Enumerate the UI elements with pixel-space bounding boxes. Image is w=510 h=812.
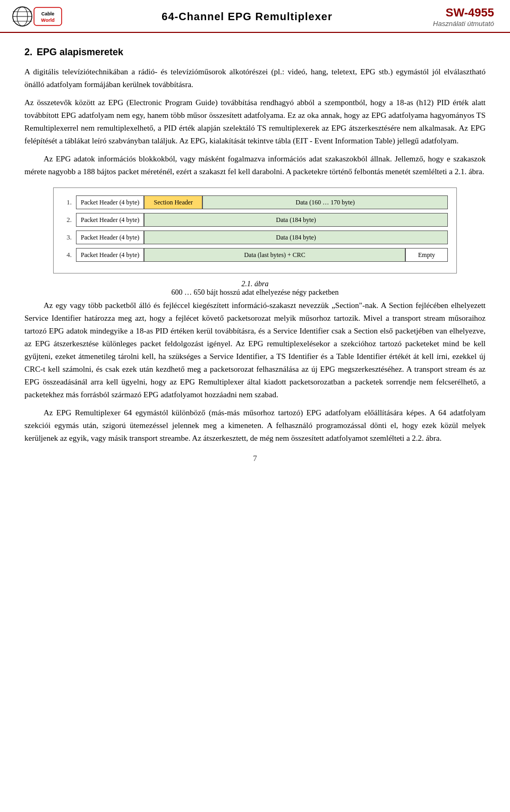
paragraph-5: Az EPG Remultiplexer 64 egymástól különb… — [24, 406, 486, 445]
cell-packet-header-3: Packet Header (4 byte) — [76, 230, 144, 244]
row-num-4: 4. — [62, 251, 72, 259]
header-title-area: 64-Channel EPG Remultiplexer — [64, 11, 430, 23]
header-subtitle: Használati útmutató — [430, 20, 494, 28]
diagram-row-2: 2. Packet Header (4 byte) Data (184 byte… — [62, 213, 448, 227]
page-header: Cable World 64-Channel EPG Remultiplexer… — [0, 0, 510, 33]
svg-text:World: World — [41, 18, 54, 23]
cell-packet-header-2: Packet Header (4 byte) — [76, 213, 144, 227]
page-footer: 7 — [24, 454, 486, 463]
header-right-area: SW-4955 Használati útmutató — [430, 6, 494, 28]
section-heading: 2.EPG alapismeretek — [24, 47, 486, 58]
diagram-caption-line1: 2.1. ábra — [24, 280, 486, 288]
header-title: 64-Channel EPG Remultiplexer — [64, 11, 430, 23]
paragraph-2: Az összetevők között az EPG (Electronic … — [24, 96, 486, 147]
diagram: 1. Packet Header (4 byte) Section Header… — [53, 187, 457, 273]
cableworld-logo: Cable World — [11, 4, 64, 29]
svg-text:Cable: Cable — [41, 11, 55, 16]
diagram-row-4: 4. Packet Header (4 byte) Data (last byt… — [62, 248, 448, 262]
page-content: 2.EPG alapismeretek A digitális televízi… — [0, 33, 510, 474]
cell-packet-header-1: Packet Header (4 byte) — [76, 195, 144, 209]
logo-area: Cable World — [11, 4, 64, 29]
cell-data-3: Data (184 byte) — [144, 230, 448, 244]
diagram-row-1: 1. Packet Header (4 byte) Section Header… — [62, 195, 448, 209]
row-num-3: 3. — [62, 233, 72, 242]
paragraph-3: Az EPG adatok információs blokkokból, va… — [24, 152, 486, 178]
page: Cable World 64-Channel EPG Remultiplexer… — [0, 0, 510, 812]
paragraph-4: Az egy vagy több packetből álló és fejlé… — [24, 299, 486, 401]
cell-packet-header-4: Packet Header (4 byte) — [76, 248, 144, 262]
cell-data-crc: Data (last bytes) + CRC — [144, 248, 405, 262]
paragraph-1: A digitális televíziótechnikában a rádió… — [24, 65, 486, 91]
section-title: EPG alapismeretek — [37, 47, 123, 57]
diagram-caption-line2: 600 … 650 bájt hosszú adat elhelyezése n… — [24, 288, 486, 297]
cell-empty: Empty — [405, 248, 448, 262]
page-number: 7 — [253, 454, 257, 463]
row-num-2: 2. — [62, 216, 72, 224]
diagram-caption: 2.1. ábra 600 … 650 bájt hosszú adat elh… — [24, 280, 486, 297]
cell-data-1: Data (160 … 170 byte) — [202, 195, 448, 209]
cell-data-2: Data (184 byte) — [144, 213, 448, 227]
section-number: 2. — [24, 47, 32, 57]
row-num-1: 1. — [62, 198, 72, 207]
diagram-row-3: 3. Packet Header (4 byte) Data (184 byte… — [62, 230, 448, 244]
cell-section-header: Section Header — [144, 195, 202, 209]
header-sw: SW-4955 — [430, 6, 494, 20]
